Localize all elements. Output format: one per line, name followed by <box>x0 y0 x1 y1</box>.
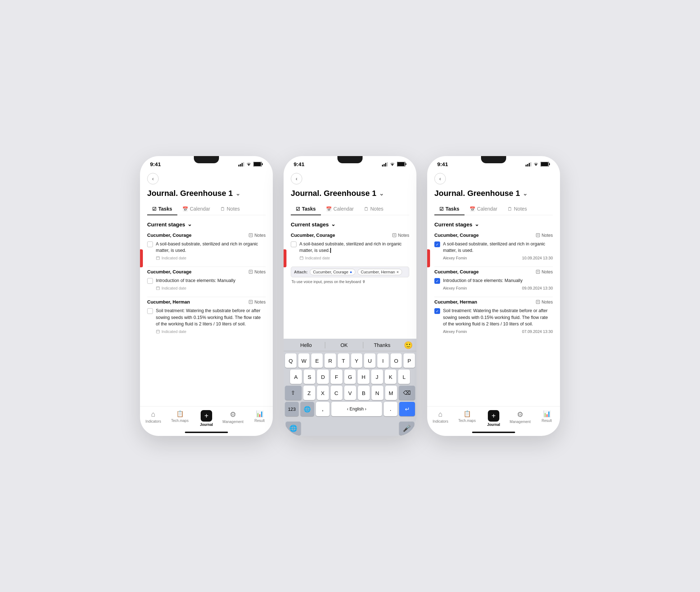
key-l[interactable]: L <box>398 370 410 384</box>
task-group-title-2-1: Cucumber, Courage Notes <box>291 232 409 238</box>
key-e[interactable]: E <box>311 353 323 368</box>
key-i[interactable]: I <box>377 353 389 368</box>
key-m[interactable]: M <box>385 386 397 400</box>
back-button-2[interactable]: ‹ <box>291 173 302 184</box>
notes-link-2-1[interactable]: Notes <box>392 233 409 238</box>
notes-link-3-1[interactable]: Notes <box>536 233 553 238</box>
back-button-3[interactable]: ‹ <box>434 173 446 184</box>
svg-rect-34 <box>406 163 407 165</box>
nav-journal-3[interactable]: + Journal <box>480 410 507 427</box>
key-numbers[interactable]: 123 <box>285 402 299 416</box>
checkbox-3-1[interactable]: ✓ <box>434 241 440 247</box>
svg-rect-21 <box>249 300 252 304</box>
key-p[interactable]: P <box>403 353 415 368</box>
key-z[interactable]: Z <box>303 386 315 400</box>
key-s[interactable]: S <box>304 370 316 384</box>
key-comma[interactable]: , <box>316 402 330 416</box>
wifi-icon-3 <box>533 162 539 166</box>
tab-tasks-1[interactable]: ☑ Tasks <box>147 203 177 215</box>
nav-techmaps-1[interactable]: 📋 Tech.maps <box>167 410 193 427</box>
notes-link-1-2[interactable]: Notes <box>248 269 266 274</box>
key-k[interactable]: K <box>385 370 397 384</box>
checkbox-3-3[interactable]: ✓ <box>434 308 440 314</box>
key-delete[interactable]: ⌫ <box>399 386 415 400</box>
notes-tab-icon-2: 🗒 <box>364 206 369 212</box>
key-enter[interactable]: ↵ <box>399 402 415 416</box>
suggest-thanks[interactable]: Thanks <box>363 342 401 348</box>
key-space[interactable]: ‹ English › <box>331 402 382 416</box>
key-globe[interactable]: 🌐 <box>300 402 314 416</box>
key-c[interactable]: C <box>331 386 342 400</box>
checkbox-1-2[interactable] <box>147 278 153 284</box>
suggest-ok[interactable]: OK <box>325 342 363 348</box>
key-d[interactable]: D <box>317 370 329 384</box>
notes-link-1-1[interactable]: Notes <box>248 233 266 238</box>
techmaps-icon-1: 📋 <box>176 410 184 418</box>
tab-notes-3[interactable]: 🗒 Notes <box>503 203 532 215</box>
title-chevron-2[interactable]: ⌄ <box>379 190 384 197</box>
key-h[interactable]: H <box>358 370 369 384</box>
voice-hint: To use voice input, press on the keyboar… <box>291 279 409 284</box>
section-chevron-1[interactable]: ⌄ <box>187 221 192 227</box>
key-g[interactable]: G <box>344 370 356 384</box>
tab-calendar-3[interactable]: 📅 Calendar <box>465 203 503 215</box>
notes-link-1-3[interactable]: Notes <box>248 300 266 305</box>
svg-rect-48 <box>549 163 550 165</box>
suggest-hello[interactable]: Hello <box>287 342 325 348</box>
tab-calendar-1[interactable]: 📅 Calendar <box>177 203 215 215</box>
svg-rect-10 <box>157 257 160 260</box>
key-y[interactable]: Y <box>351 353 363 368</box>
back-button-1[interactable]: ‹ <box>147 173 159 184</box>
key-j[interactable]: J <box>371 370 383 384</box>
page-title-2: Journal. Greenhouse 1 ⌄ <box>291 189 409 198</box>
key-globe2[interactable]: 🌐 <box>286 422 301 435</box>
nav-indicators-1[interactable]: ⌂ Indicators <box>140 410 167 427</box>
emoji-button[interactable]: 🙂 <box>404 341 413 349</box>
key-u[interactable]: U <box>364 353 375 368</box>
key-t[interactable]: T <box>338 353 349 368</box>
key-mic[interactable]: 🎤 <box>399 422 414 435</box>
phones-container: 9:41 ‹ Journal. Greenhouse 1 ⌄ ☑ Tasks 📅 <box>140 156 560 436</box>
phone-1: 9:41 ‹ Journal. Greenhouse 1 ⌄ ☑ Tasks 📅 <box>140 156 273 436</box>
nav-result-3[interactable]: 📊 Result <box>533 410 560 427</box>
section-chevron-3[interactable]: ⌄ <box>475 221 479 227</box>
tab-tasks-3[interactable]: ☑ Tasks <box>434 203 465 215</box>
tab-notes-2[interactable]: 🗒 Notes <box>359 203 389 215</box>
nav-indicators-3[interactable]: ⌂ Indicators <box>427 410 454 427</box>
notes-link-3-2[interactable]: Notes <box>536 269 553 274</box>
tab-notes-1[interactable]: 🗒 Notes <box>215 203 245 215</box>
phone-2: 9:41 ‹ Journal. Greenhouse 1 ⌄ ☑ Tasks 📅 <box>284 156 416 436</box>
tab-tasks-2[interactable]: ☑ Tasks <box>291 203 321 215</box>
svg-rect-33 <box>397 162 405 166</box>
title-chevron-1[interactable]: ⌄ <box>235 190 240 197</box>
key-x[interactable]: X <box>317 386 329 400</box>
key-period[interactable]: . <box>384 402 397 416</box>
nav-result-1[interactable]: 📊 Result <box>246 410 273 427</box>
task-group-title-1-1: Cucumber, Courage Notes <box>147 232 266 238</box>
tasks-icon-1: ☑ <box>152 206 157 212</box>
key-v[interactable]: V <box>344 386 356 400</box>
key-b[interactable]: B <box>358 386 370 400</box>
key-o[interactable]: O <box>391 353 402 368</box>
notes-link-3-3[interactable]: Notes <box>536 300 553 305</box>
title-chevron-3[interactable]: ⌄ <box>523 190 527 197</box>
checkbox-1-1[interactable] <box>147 241 153 247</box>
nav-journal-1[interactable]: + Journal <box>193 410 220 427</box>
attach-chip-1[interactable]: Cucumber, Courage ● <box>310 269 355 275</box>
checkbox-2-1[interactable] <box>291 241 297 247</box>
key-a[interactable]: A <box>290 370 302 384</box>
section-chevron-2[interactable]: ⌄ <box>331 221 336 227</box>
key-q[interactable]: Q <box>285 353 297 368</box>
key-r[interactable]: R <box>325 353 336 368</box>
attach-chip-2[interactable]: Cucumber, Herman × <box>358 269 402 275</box>
checkbox-1-3[interactable] <box>147 308 153 314</box>
checkbox-3-2[interactable]: ✓ <box>434 278 440 284</box>
key-f[interactable]: F <box>331 370 342 384</box>
key-w[interactable]: W <box>298 353 310 368</box>
key-shift[interactable]: ⇧ <box>285 386 302 400</box>
nav-management-1[interactable]: ⚙ Management <box>220 410 246 427</box>
nav-management-3[interactable]: ⚙ Management <box>507 410 533 427</box>
nav-techmaps-3[interactable]: 📋 Tech.maps <box>454 410 480 427</box>
key-n[interactable]: N <box>372 386 383 400</box>
tab-calendar-2[interactable]: 📅 Calendar <box>321 203 359 215</box>
